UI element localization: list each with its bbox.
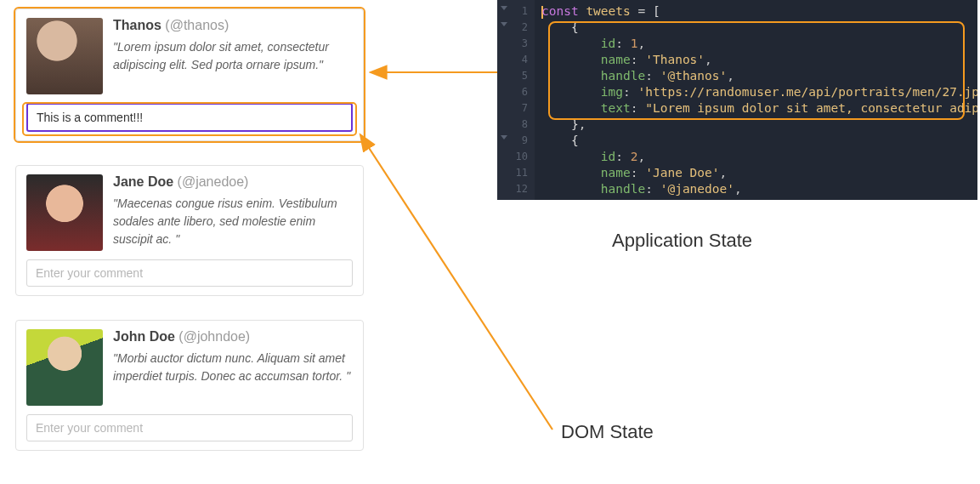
tweet-list: Thanos (@thanos) "Lorem ipsum dolor sit … <box>15 9 364 475</box>
label-application-state: Application State <box>612 230 752 252</box>
tweet-text-block: Jane Doe (@janedoe) "Maecenas congue ris… <box>113 174 353 251</box>
tweet-content: "Maecenas congue risus enim. Vestibulum … <box>113 195 353 248</box>
tweet-handle: (@janedoe) <box>178 174 249 189</box>
tweet-name: Thanos <box>113 18 161 32</box>
tweet-name: Jane Doe <box>113 174 173 189</box>
tweet-heading: Thanos (@thanos) <box>113 18 353 33</box>
avatar <box>26 18 103 94</box>
tweet-handle: (@johndoe) <box>178 329 250 344</box>
avatar <box>26 329 103 406</box>
avatar <box>26 174 103 251</box>
tweet-body: Thanos (@thanos) "Lorem ipsum dolor sit … <box>26 18 353 94</box>
tweet-card: Jane Doe (@janedoe) "Maecenas congue ris… <box>15 165 364 296</box>
tweet-body: Jane Doe (@janedoe) "Maecenas congue ris… <box>26 174 353 251</box>
code-gutter: 123456789101112 <box>497 0 535 200</box>
comment-input[interactable] <box>26 414 353 441</box>
tweet-text-block: John Doe (@johndoe) "Morbi auctor dictum… <box>113 329 353 406</box>
comment-input[interactable] <box>26 259 353 287</box>
tweet-text-block: Thanos (@thanos) "Lorem ipsum dolor sit … <box>113 18 353 94</box>
tweet-name: John Doe <box>113 329 175 344</box>
tweet-handle: (@thanos) <box>165 18 229 32</box>
tweet-card: Thanos (@thanos) "Lorem ipsum dolor sit … <box>15 9 364 141</box>
label-dom-state: DOM State <box>561 421 654 443</box>
tweet-card: John Doe (@johndoe) "Morbi auctor dictum… <box>15 320 364 451</box>
tweet-heading: Jane Doe (@janedoe) <box>113 174 353 190</box>
tweet-heading: John Doe (@johndoe) <box>113 329 353 344</box>
tweet-body: John Doe (@johndoe) "Morbi auctor dictum… <box>26 329 353 406</box>
code-lines: const tweets = [ { id: 1, name: 'Thanos'… <box>541 3 977 197</box>
code-editor: 123456789101112 const tweets = [ { id: 1… <box>497 0 977 200</box>
comment-input[interactable] <box>26 103 353 132</box>
tweet-content: "Lorem ipsum dolor sit amet, consectetur… <box>113 38 353 74</box>
tweet-content: "Morbi auctor dictum nunc. Aliquam sit a… <box>113 350 353 385</box>
